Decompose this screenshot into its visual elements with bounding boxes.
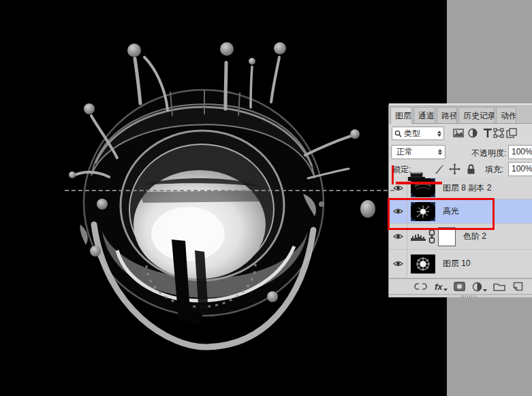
layer-name: 色阶 2 [463, 231, 486, 242]
panel-resize-strip[interactable] [389, 294, 532, 297]
dropdown-arrows-icon [437, 130, 441, 137]
dropdown-arrows-icon [437, 148, 442, 156]
new-layer-icon [513, 282, 523, 291]
caret-down-icon [443, 288, 448, 291]
marquee-dashed-line [65, 190, 394, 191]
search-icon [394, 130, 402, 137]
new-adjustment-layer-button[interactable] [472, 282, 487, 292]
eye-icon [393, 233, 403, 240]
layer-thumbnail-image [411, 254, 435, 274]
photoshop-workspace: 图层 通道 路径 历史记录 动作 类型 [0, 0, 532, 396]
filter-smart-objects-icon[interactable] [506, 128, 517, 138]
adjustment-layer-icon [472, 282, 482, 292]
resize-grip-icon[interactable] [461, 295, 478, 297]
tab-actions[interactable]: 动作 [496, 107, 516, 123]
visibility-toggle[interactable] [389, 250, 407, 278]
panel-footer: fx [389, 278, 532, 294]
blend-row: 正常 不透明度: 100% [389, 142, 532, 162]
filter-type-layers-icon[interactable] [482, 128, 493, 138]
annotation-red-rectangle [388, 198, 495, 230]
layer-thumbnail[interactable] [411, 254, 435, 274]
fill-value-field[interactable]: 100% [508, 162, 532, 176]
panel-tab-bar: 图层 通道 路径 历史记录 动作 [389, 105, 532, 124]
mask-link-icon[interactable] [428, 229, 436, 244]
filter-kind-dropdown[interactable]: 类型 [392, 127, 444, 140]
filter-adjustment-layers-icon[interactable] [467, 128, 478, 138]
opacity-value-field[interactable]: 100% [508, 145, 532, 159]
tab-paths[interactable]: 路径 [437, 107, 457, 123]
new-layer-button[interactable] [513, 282, 523, 291]
water-droplet [360, 200, 375, 218]
add-mask-icon [454, 282, 465, 291]
layer-name: 图层 8 副本 2 [443, 182, 491, 194]
fill-value: 100% [512, 164, 532, 174]
blend-mode-dropdown[interactable]: 正常 [391, 145, 445, 159]
opacity-label: 不透明度: [471, 148, 506, 159]
layer-name: 图层 10 [443, 258, 471, 269]
tab-layers[interactable]: 图层 [390, 107, 412, 124]
filter-shape-layers-icon[interactable] [493, 128, 504, 138]
eye-icon [393, 260, 403, 267]
layer-row-layer10[interactable]: 图层 10 [389, 250, 532, 278]
opacity-value: 100% [512, 147, 532, 156]
annotation-red-underline [396, 182, 442, 184]
new-group-button[interactable] [493, 282, 505, 291]
link-layers-button[interactable] [414, 282, 427, 291]
tab-channels[interactable]: 通道 [413, 107, 435, 123]
filter-kind-value: 类型 [402, 128, 437, 139]
layer-style-button[interactable]: fx [435, 282, 448, 291]
annotation-red-vertical-line [392, 165, 394, 184]
fill-label: 填充: [485, 164, 503, 176]
caret-down-icon [483, 289, 487, 292]
blend-mode-value: 正常 [394, 146, 437, 158]
layer-filter-row: 类型 [389, 124, 532, 142]
levels-histogram-icon[interactable] [410, 232, 426, 242]
folder-icon [493, 282, 505, 291]
splash-canvas-image [0, 0, 448, 396]
mini-layer-stack-icon [407, 171, 426, 182]
lock-brush-icon[interactable] [434, 163, 445, 175]
add-layer-mask-button[interactable] [454, 282, 465, 291]
fx-icon: fx [435, 282, 443, 291]
lock-all-icon[interactable] [465, 163, 477, 175]
tab-history[interactable]: 历史记录 [458, 107, 495, 123]
filter-pixel-layers-icon[interactable] [453, 128, 464, 138]
link-icon [414, 282, 427, 291]
lock-position-icon[interactable] [449, 163, 460, 175]
